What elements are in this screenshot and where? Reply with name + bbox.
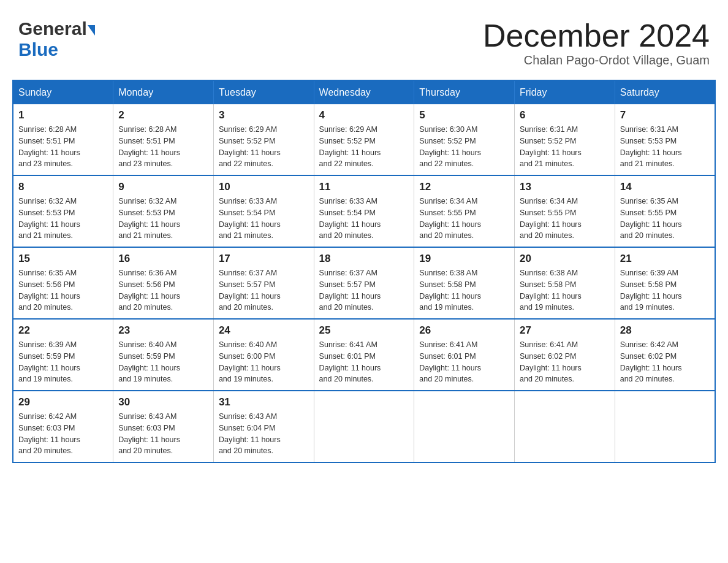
day-info: Sunrise: 6:38 AMSunset: 5:58 PMDaylight:… bbox=[419, 269, 481, 312]
day-info: Sunrise: 6:33 AMSunset: 5:54 PMDaylight:… bbox=[219, 197, 281, 240]
day-number: 31 bbox=[219, 396, 309, 408]
day-number: 7 bbox=[620, 109, 710, 121]
weekday-header-friday: Friday bbox=[515, 80, 615, 104]
day-number: 26 bbox=[419, 324, 509, 337]
day-number: 12 bbox=[419, 181, 509, 193]
day-number: 14 bbox=[620, 181, 710, 193]
day-number: 18 bbox=[319, 253, 409, 265]
day-info: Sunrise: 6:40 AMSunset: 5:59 PMDaylight:… bbox=[118, 340, 180, 383]
day-info: Sunrise: 6:29 AMSunset: 5:52 PMDaylight:… bbox=[319, 125, 381, 168]
day-info: Sunrise: 6:35 AMSunset: 5:56 PMDaylight:… bbox=[18, 269, 80, 312]
day-info: Sunrise: 6:41 AMSunset: 6:01 PMDaylight:… bbox=[419, 340, 481, 383]
day-info: Sunrise: 6:32 AMSunset: 5:53 PMDaylight:… bbox=[18, 197, 80, 240]
logo-triangle-icon bbox=[88, 25, 95, 36]
day-info: Sunrise: 6:35 AMSunset: 5:55 PMDaylight:… bbox=[620, 197, 682, 240]
calendar-cell: 14 Sunrise: 6:35 AMSunset: 5:55 PMDaylig… bbox=[615, 175, 715, 247]
weekday-header-saturday: Saturday bbox=[615, 80, 715, 104]
day-number: 19 bbox=[419, 253, 509, 265]
weekday-header-row: SundayMondayTuesdayWednesdayThursdayFrid… bbox=[13, 80, 715, 104]
day-number: 24 bbox=[219, 324, 309, 337]
weekday-header-thursday: Thursday bbox=[414, 80, 515, 104]
day-info: Sunrise: 6:39 AMSunset: 5:59 PMDaylight:… bbox=[18, 340, 80, 383]
day-info: Sunrise: 6:30 AMSunset: 5:52 PMDaylight:… bbox=[419, 125, 481, 168]
calendar-cell: 24 Sunrise: 6:40 AMSunset: 6:00 PMDaylig… bbox=[213, 319, 314, 391]
day-info: Sunrise: 6:42 AMSunset: 6:03 PMDaylight:… bbox=[18, 412, 80, 455]
day-number: 22 bbox=[18, 324, 108, 337]
day-info: Sunrise: 6:29 AMSunset: 5:52 PMDaylight:… bbox=[219, 125, 281, 168]
day-info: Sunrise: 6:41 AMSunset: 6:02 PMDaylight:… bbox=[520, 340, 582, 383]
calendar-cell: 28 Sunrise: 6:42 AMSunset: 6:02 PMDaylig… bbox=[615, 319, 715, 391]
day-number: 10 bbox=[219, 181, 309, 193]
calendar-cell: 4 Sunrise: 6:29 AMSunset: 5:52 PMDayligh… bbox=[314, 104, 414, 175]
weekday-header-sunday: Sunday bbox=[13, 80, 113, 104]
day-info: Sunrise: 6:36 AMSunset: 5:56 PMDaylight:… bbox=[118, 269, 180, 312]
calendar-cell: 18 Sunrise: 6:37 AMSunset: 5:57 PMDaylig… bbox=[314, 247, 414, 319]
calendar-cell: 11 Sunrise: 6:33 AMSunset: 5:54 PMDaylig… bbox=[314, 175, 414, 247]
week-row-5: 29 Sunrise: 6:42 AMSunset: 6:03 PMDaylig… bbox=[13, 391, 715, 462]
day-number: 16 bbox=[118, 253, 208, 265]
week-row-3: 15 Sunrise: 6:35 AMSunset: 5:56 PMDaylig… bbox=[13, 247, 715, 319]
weekday-header-tuesday: Tuesday bbox=[213, 80, 314, 104]
day-info: Sunrise: 6:37 AMSunset: 5:57 PMDaylight:… bbox=[219, 269, 281, 312]
calendar-cell bbox=[515, 391, 615, 462]
day-number: 23 bbox=[118, 324, 208, 337]
calendar-cell: 20 Sunrise: 6:38 AMSunset: 5:58 PMDaylig… bbox=[515, 247, 615, 319]
calendar-cell: 22 Sunrise: 6:39 AMSunset: 5:59 PMDaylig… bbox=[13, 319, 113, 391]
calendar-cell: 16 Sunrise: 6:36 AMSunset: 5:56 PMDaylig… bbox=[113, 247, 214, 319]
day-number: 8 bbox=[18, 181, 108, 193]
calendar-cell: 1 Sunrise: 6:28 AMSunset: 5:51 PMDayligh… bbox=[13, 104, 113, 175]
weekday-header-wednesday: Wednesday bbox=[314, 80, 414, 104]
calendar-cell: 21 Sunrise: 6:39 AMSunset: 5:58 PMDaylig… bbox=[615, 247, 715, 319]
day-info: Sunrise: 6:34 AMSunset: 5:55 PMDaylight:… bbox=[419, 197, 481, 240]
day-number: 11 bbox=[319, 181, 409, 193]
day-number: 3 bbox=[219, 109, 309, 121]
day-info: Sunrise: 6:28 AMSunset: 5:51 PMDaylight:… bbox=[118, 125, 180, 168]
calendar-cell: 29 Sunrise: 6:42 AMSunset: 6:03 PMDaylig… bbox=[13, 391, 113, 462]
week-row-1: 1 Sunrise: 6:28 AMSunset: 5:51 PMDayligh… bbox=[13, 104, 715, 175]
page-header: General Blue December 2024 Chalan Pago-O… bbox=[12, 12, 716, 67]
title-area: December 2024 Chalan Pago-Ordot Village,… bbox=[483, 18, 710, 67]
calendar-cell: 25 Sunrise: 6:41 AMSunset: 6:01 PMDaylig… bbox=[314, 319, 414, 391]
calendar-cell bbox=[414, 391, 515, 462]
day-number: 4 bbox=[319, 109, 409, 121]
calendar-cell: 17 Sunrise: 6:37 AMSunset: 5:57 PMDaylig… bbox=[213, 247, 314, 319]
calendar-cell: 12 Sunrise: 6:34 AMSunset: 5:55 PMDaylig… bbox=[414, 175, 515, 247]
day-number: 17 bbox=[219, 253, 309, 265]
logo: General Blue bbox=[18, 18, 95, 61]
day-info: Sunrise: 6:40 AMSunset: 6:00 PMDaylight:… bbox=[219, 340, 281, 383]
day-info: Sunrise: 6:37 AMSunset: 5:57 PMDaylight:… bbox=[319, 269, 381, 312]
day-number: 6 bbox=[520, 109, 610, 121]
day-number: 1 bbox=[18, 109, 108, 121]
calendar-cell: 9 Sunrise: 6:32 AMSunset: 5:53 PMDayligh… bbox=[113, 175, 214, 247]
day-info: Sunrise: 6:42 AMSunset: 6:02 PMDaylight:… bbox=[620, 340, 682, 383]
calendar-cell: 5 Sunrise: 6:30 AMSunset: 5:52 PMDayligh… bbox=[414, 104, 515, 175]
calendar-cell bbox=[615, 391, 715, 462]
day-number: 15 bbox=[18, 253, 108, 265]
weekday-header-monday: Monday bbox=[113, 80, 214, 104]
day-number: 5 bbox=[419, 109, 509, 121]
calendar-cell: 15 Sunrise: 6:35 AMSunset: 5:56 PMDaylig… bbox=[13, 247, 113, 319]
day-number: 28 bbox=[620, 324, 710, 337]
day-number: 2 bbox=[118, 109, 208, 121]
location-title: Chalan Pago-Ordot Village, Guam bbox=[483, 53, 710, 67]
day-number: 30 bbox=[118, 396, 208, 408]
week-row-4: 22 Sunrise: 6:39 AMSunset: 5:59 PMDaylig… bbox=[13, 319, 715, 391]
day-info: Sunrise: 6:41 AMSunset: 6:01 PMDaylight:… bbox=[319, 340, 381, 383]
day-number: 29 bbox=[18, 396, 108, 408]
calendar-cell: 26 Sunrise: 6:41 AMSunset: 6:01 PMDaylig… bbox=[414, 319, 515, 391]
logo-general-text: General bbox=[18, 18, 87, 39]
week-row-2: 8 Sunrise: 6:32 AMSunset: 5:53 PMDayligh… bbox=[13, 175, 715, 247]
calendar-cell bbox=[314, 391, 414, 462]
day-info: Sunrise: 6:34 AMSunset: 5:55 PMDaylight:… bbox=[520, 197, 582, 240]
day-number: 9 bbox=[118, 181, 208, 193]
day-info: Sunrise: 6:31 AMSunset: 5:53 PMDaylight:… bbox=[620, 125, 682, 168]
day-number: 13 bbox=[520, 181, 610, 193]
day-info: Sunrise: 6:43 AMSunset: 6:04 PMDaylight:… bbox=[219, 412, 281, 455]
calendar-cell: 31 Sunrise: 6:43 AMSunset: 6:04 PMDaylig… bbox=[213, 391, 314, 462]
calendar-cell: 30 Sunrise: 6:43 AMSunset: 6:03 PMDaylig… bbox=[113, 391, 214, 462]
day-info: Sunrise: 6:33 AMSunset: 5:54 PMDaylight:… bbox=[319, 197, 381, 240]
calendar-cell: 19 Sunrise: 6:38 AMSunset: 5:58 PMDaylig… bbox=[414, 247, 515, 319]
calendar-cell: 13 Sunrise: 6:34 AMSunset: 5:55 PMDaylig… bbox=[515, 175, 615, 247]
calendar-table: SundayMondayTuesdayWednesdayThursdayFrid… bbox=[12, 80, 716, 463]
day-info: Sunrise: 6:39 AMSunset: 5:58 PMDaylight:… bbox=[620, 269, 682, 312]
